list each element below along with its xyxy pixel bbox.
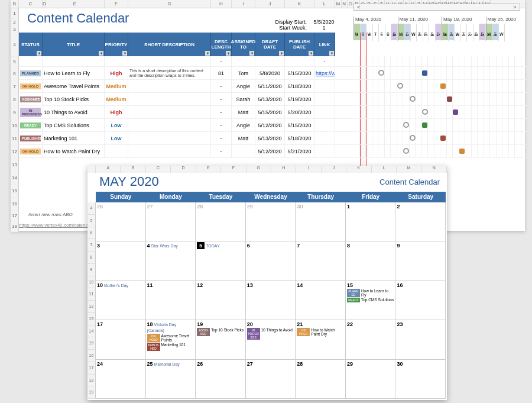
calendar-day[interactable]: 4Star Wars Day	[146, 241, 196, 280]
col-letter[interactable]: N	[421, 166, 446, 173]
row-number[interactable]: 15	[11, 185, 19, 198]
calendar-day[interactable]: 9	[395, 241, 446, 280]
row-number[interactable]: 4	[11, 33, 19, 57]
col-letter[interactable]: C	[146, 166, 171, 173]
footer-link[interactable]: https://www.vertex42.com/calendar	[19, 223, 92, 228]
column-header[interactable]: SHORT DESCRIPTION▾	[128, 33, 211, 56]
calendar-item[interactable]: PLANN EDHow to Learn to Fly	[347, 289, 394, 297]
col-letter[interactable]: A	[96, 166, 121, 173]
title-cell[interactable]: How to Learn to Fly	[43, 67, 105, 79]
col-letter[interactable]: I	[232, 0, 255, 8]
calendar-day[interactable]: 7	[296, 241, 346, 280]
row-number[interactable]: 17	[11, 211, 19, 221]
calendar-day[interactable]: 18Victoria Day (Canada)ON HOLDAwesome Tr…	[146, 320, 196, 359]
calendar-day[interactable]: 29	[346, 360, 396, 398]
row-number[interactable]: 18	[87, 375, 96, 387]
calendar-day[interactable]: 17	[96, 320, 146, 359]
calendar-day[interactable]: 27	[146, 202, 196, 241]
calendar-day[interactable]: 25Memorial Day	[146, 360, 196, 398]
row-number[interactable]: 18	[11, 221, 19, 232]
calendar-day[interactable]: 30	[395, 360, 446, 398]
calendar-day[interactable]: 8	[346, 241, 396, 280]
calendar-item[interactable]: ON HOLDHow to Watch Paint Dry	[297, 328, 344, 336]
calendar-day[interactable]: 15PLANN EDHow to Learn to FlyREADYTop CM…	[346, 281, 396, 320]
calendar-item[interactable]: ON HOLDAwesome Travel Points	[147, 334, 194, 342]
col-letter[interactable]: E	[196, 166, 221, 173]
calendar-item[interactable]: READYTop CMS Solutions	[347, 298, 394, 302]
row-number[interactable]: 4	[87, 202, 96, 215]
row-number[interactable]: 12	[11, 146, 19, 159]
row-number[interactable]: 5	[11, 57, 19, 67]
scroll-right-icon[interactable]: >	[510, 4, 520, 10]
col-letter[interactable]: H	[211, 0, 232, 8]
row-number[interactable]: 19	[87, 386, 96, 399]
col-letter[interactable]: I	[296, 166, 321, 173]
display-start-value[interactable]: 5/5/2020	[309, 19, 339, 25]
title-cell[interactable]: Top 10 Stock Picks	[43, 93, 105, 105]
row-number[interactable]: 8	[11, 94, 19, 107]
col-letter[interactable]: K	[346, 166, 371, 173]
column-header[interactable]: TITLE▾	[43, 33, 105, 56]
calendar-day[interactable]: 30	[296, 202, 346, 241]
row-number[interactable]: 6	[87, 227, 96, 240]
filter-icon[interactable]: ▾	[99, 51, 103, 56]
calendar-day[interactable]: 26	[96, 202, 146, 241]
row-number[interactable]: 14	[87, 325, 96, 338]
column-header[interactable]: DESC LENGTH▾	[211, 33, 232, 56]
calendar-day[interactable]: 2	[395, 202, 446, 241]
calendar-day[interactable]: 3	[96, 241, 146, 280]
calendar-item[interactable]: ASSIG NEDTop 10 Stock Picks	[197, 328, 244, 336]
col-letter[interactable]: B	[121, 166, 145, 173]
col-letter[interactable]: B	[11, 0, 19, 8]
column-header[interactable]: PUBLISH DATE▾	[285, 33, 314, 56]
calendar-item[interactable]: PUBLIS HEDMarketing 101	[147, 343, 194, 351]
col-letter[interactable]: M	[335, 0, 342, 8]
title-cell[interactable]: Awesome Travel Points	[43, 80, 105, 92]
col-letter[interactable]: F	[105, 0, 128, 8]
row-number[interactable]: 11	[87, 288, 96, 301]
col-letter[interactable]: J	[255, 0, 285, 8]
col-letter[interactable]: C	[19, 0, 43, 8]
title-cell[interactable]: How to Watch Paint Dry	[43, 145, 105, 157]
row-number[interactable]: 10	[87, 276, 96, 289]
row-number[interactable]: 9	[11, 107, 19, 120]
column-header[interactable]: DRAFT DATE▾	[255, 33, 285, 56]
col-letter[interactable]: G	[128, 0, 211, 8]
filter-icon[interactable]: ▾	[37, 51, 41, 56]
row-number[interactable]: 3	[11, 26, 19, 33]
row-number[interactable]: 12	[87, 301, 96, 313]
calendar-day[interactable]: 20IN PROGR ESS10 Things to Avoid	[246, 320, 296, 359]
row-number[interactable]: 2	[11, 19, 19, 26]
row-number[interactable]: 14	[11, 172, 19, 185]
row-number[interactable]: 7	[87, 239, 96, 252]
filter-icon[interactable]: ▾	[309, 51, 313, 56]
col-letter[interactable]: L	[372, 166, 397, 173]
filter-icon[interactable]: ▾	[205, 51, 210, 56]
calendar-day[interactable]: 19ASSIG NEDTop 10 Stock Picks	[196, 320, 246, 359]
col-letter[interactable]: O	[348, 0, 354, 8]
calendar-item[interactable]: IN PROGR ESS10 Things to Avoid	[247, 328, 294, 340]
calendar-day[interactable]: 6	[246, 241, 296, 280]
calendar-day[interactable]: 28	[296, 360, 346, 398]
calendar-day[interactable]: 28	[196, 202, 246, 241]
column-header[interactable]: LINK▾	[314, 33, 335, 56]
calendar-day[interactable]: 22	[346, 320, 396, 359]
row-number[interactable]: 17	[87, 362, 96, 375]
row-number[interactable]: 9	[87, 264, 96, 276]
calendar-day[interactable]: 11	[146, 281, 196, 320]
row-number[interactable]: 13	[87, 313, 96, 325]
calendar-day[interactable]: 13	[246, 281, 296, 320]
gantt-scrollbar[interactable]: < >	[353, 4, 520, 11]
calendar-day[interactable]: 21ON HOLDHow to Watch Paint Dry	[296, 320, 346, 359]
calendar-day[interactable]: 24	[96, 360, 146, 398]
row-number[interactable]: 7	[11, 80, 19, 94]
row-number[interactable]: 13	[11, 159, 19, 172]
calendar-day[interactable]: 16	[395, 281, 446, 320]
row-number[interactable]: 1	[11, 8, 19, 19]
filter-icon[interactable]: ▾	[226, 51, 231, 56]
col-letter[interactable]: F	[221, 166, 246, 173]
row-number[interactable]: 8	[87, 252, 96, 264]
col-letter[interactable]: J	[322, 166, 346, 173]
scroll-left-icon[interactable]: <	[354, 4, 364, 10]
row-number[interactable]: 15	[87, 337, 96, 350]
